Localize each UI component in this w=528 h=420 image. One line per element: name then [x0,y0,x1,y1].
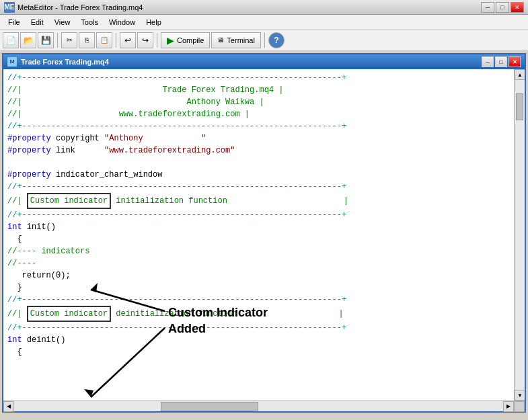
code-line-3: //| Anthony Waikwa | [7,96,510,108]
window-minimize-button[interactable]: ─ [482,56,494,67]
redo-button[interactable]: ↪ [137,32,153,48]
scrollbar-corner [514,401,525,412]
code-line-19: //+-------------------------------------… [7,294,510,306]
code-line-23: { [7,346,510,358]
window-close-button[interactable]: ✕ [508,56,521,67]
minimize-app-button[interactable]: ─ [481,2,494,13]
window-maximize-button[interactable]: □ [495,56,507,67]
code-line-22: int deinit() [7,334,510,346]
code-line-18: } [7,282,510,294]
code-lines: //+-------------------------------------… [3,69,514,361]
code-line-16: //---- [7,257,510,269]
editor-window: M Trade Forex Trading.mq4 ─ □ ✕ //+-----… [2,53,526,413]
scroll-thumb-v[interactable] [516,93,523,120]
menu-edit[interactable]: Edit [26,17,49,28]
code-line-12: //+-------------------------------------… [7,209,510,221]
svg-marker-3 [84,389,93,397]
scroll-up-arrow[interactable]: ▲ [515,69,525,80]
app-icon: ME [4,2,15,13]
scroll-left-arrow[interactable]: ◀ [3,401,14,412]
window-buttons: ─ □ ✕ [482,56,521,67]
toolbar-sep-2 [116,33,116,48]
app-title-bar: ME MetaEditor - Trade Forex Trading.mq4 … [0,0,528,15]
new-file-button[interactable]: 📄 [3,32,19,48]
code-line-2: //| Trade Forex Trading.mq4 | [7,84,510,96]
custom-indicator-init-box: Custom indicator [27,193,111,209]
custom-indicator-deinit-box: Custom indicator [27,306,111,322]
menu-file[interactable]: File [3,17,26,28]
code-line-10: //+-------------------------------------… [7,181,510,193]
code-area: //+-------------------------------------… [3,69,525,401]
code-line-15: //---- indicators [7,245,510,257]
menu-tools[interactable]: Tools [75,17,104,28]
copy-button[interactable]: ⎘ [79,32,95,48]
terminal-button[interactable]: 🖥 Terminal [211,32,261,48]
code-line-21: //+-------------------------------------… [7,322,510,334]
scroll-right-arrow[interactable]: ▶ [503,401,514,412]
vertical-scrollbar[interactable]: ▲ ▼ [514,69,525,401]
toolbar-sep-3 [157,33,157,48]
toolbar: 📄 📂 💾 ✂ ⎘ 📋 ↩ ↪ ▶ Compile 🖥 Terminal ? [0,30,528,51]
help-button[interactable]: ? [268,32,285,48]
title-bar-buttons: ─ □ ✕ [481,2,524,13]
code-line-20: //| Custom indicator deinitialization fu… [7,306,510,322]
menu-help[interactable]: Help [141,17,167,28]
code-line-5: //+-------------------------------------… [7,120,510,132]
code-line-6: #property copyright "Anthony " [7,132,510,144]
close-app-button[interactable]: ✕ [511,2,524,13]
code-line-17: return(0); [7,269,510,282]
window-title: Trade Forex Trading.mq4 [21,58,482,66]
window-icon: M [7,57,17,67]
undo-button[interactable]: ↩ [120,32,136,48]
code-line-8 [7,157,510,169]
app-title: MetaEditor - Trade Forex Trading.mq4 [17,3,481,11]
code-line-4: //| www.tradeforextrading.com | [7,108,510,120]
paste-button[interactable]: 📋 [96,32,112,48]
scroll-thumb-h[interactable] [161,402,258,411]
code-line-13: int init() [7,221,510,233]
scroll-track-h [14,401,503,412]
menu-window[interactable]: Window [104,17,141,28]
code-line-11: //| Custom indicator initialization func… [7,193,510,209]
toolbar-sep-1 [57,33,58,48]
code-line-14: { [7,233,510,245]
menu-view[interactable]: View [49,17,76,28]
code-line-9: #property indicator_chart_window [7,169,510,181]
compile-button[interactable]: ▶ Compile [161,32,210,48]
code-line-7: #property link "www.tradeforextrading.co… [7,144,510,157]
save-file-button[interactable]: 💾 [38,32,54,48]
maximize-app-button[interactable]: □ [496,2,509,13]
code-line-1: //+-------------------------------------… [7,72,510,84]
scroll-down-arrow[interactable]: ▼ [515,390,525,401]
toolbar-sep-4 [264,33,265,48]
cut-button[interactable]: ✂ [61,32,77,48]
window-title-bar: M Trade Forex Trading.mq4 ─ □ ✕ [3,54,525,69]
open-file-button[interactable]: 📂 [20,32,36,48]
horizontal-scrollbar[interactable]: ◀ ▶ [3,401,525,411]
code-editor[interactable]: //+-------------------------------------… [3,69,514,401]
menu-bar: File Edit View Tools Window Help [0,15,528,30]
